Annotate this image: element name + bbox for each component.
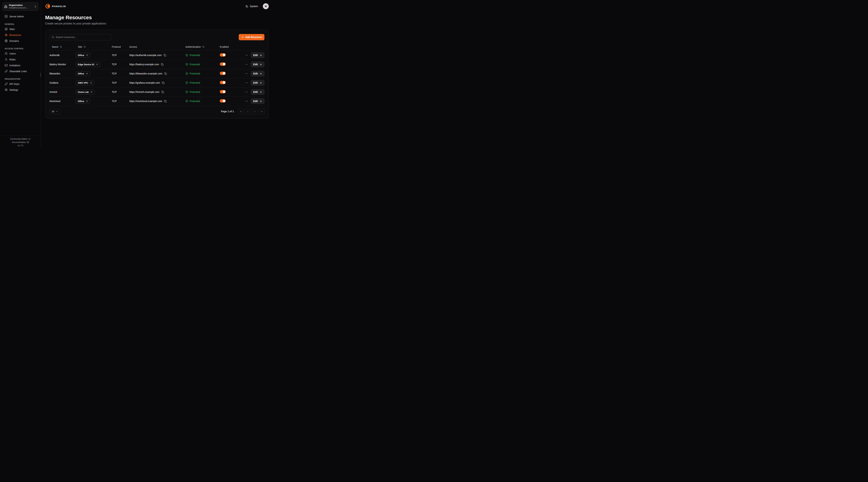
enabled-toggle[interactable] [220,99,226,102]
auth-status: Protected [185,100,220,102]
row-menu-button[interactable] [245,81,248,85]
access-url: https://nextcloud.example.com [129,100,162,102]
resources-icon [5,33,8,36]
community-edition-label: Community Edition [10,138,28,140]
protocol: TCP [112,82,129,84]
search-box [50,34,111,40]
sidebar-item-server-admin[interactable]: Server Admin [2,13,38,19]
documentation-link[interactable]: Documentation [12,141,29,143]
sidebar-item-users[interactable]: Users [2,51,38,56]
edit-button[interactable]: Edit [251,89,265,95]
site-link-button[interactable]: Office [75,99,90,104]
sidebar-section-organization: ORGANIZATION [5,78,38,80]
sidebar-item-sites[interactable]: Sites [2,26,38,32]
copy-button[interactable] [161,90,164,94]
site-name: Office [78,100,84,102]
resource-name: Grafana [50,82,75,84]
documentation-label: Documentation [12,141,26,143]
version-label: v1.7.0 [18,144,23,147]
access-url: https://grafana.example.com [129,82,160,84]
protocol: TCP [112,100,129,102]
chevrons-up-down-icon [34,5,37,8]
sort-header-authentication[interactable]: Authentication [185,44,205,50]
sidebar-item-roles[interactable]: Roles [2,57,38,62]
site-link-button[interactable]: AWS VPC [75,80,94,85]
sidebar-item-settings[interactable]: Settings [2,87,38,93]
sidebar: Organization milo@fossorial.io's ... Ser… [0,0,41,149]
sidebar-section-access-control: ACCESS CONTROL [5,47,38,50]
copy-button[interactable] [161,63,164,66]
chevrons-right-icon [260,110,263,113]
add-resource-button[interactable]: Add Resource [239,34,265,40]
previous-page-button[interactable] [245,108,250,114]
sidebar-item-domains[interactable]: Domains [2,38,38,44]
avatar[interactable]: M [263,3,269,9]
key-icon [5,83,8,85]
enabled-toggle[interactable] [220,53,226,57]
page-title: Manage Resources [45,14,269,21]
site-link-button[interactable]: Home Lab [75,90,95,95]
app-logo[interactable]: PANGOLIN [45,4,66,9]
ellipsis-icon [245,90,248,94]
ellipsis-icon [245,81,248,84]
enabled-toggle[interactable] [220,81,226,84]
sites-icon [5,28,8,31]
sidebar-item-label: Sites [9,28,15,31]
org-selector[interactable]: Organization milo@fossorial.io's ... [2,2,38,11]
arrow-up-right-icon [96,63,98,66]
community-edition-link[interactable]: Community Edition [10,138,31,140]
next-page-button[interactable] [252,108,257,114]
row-menu-button[interactable] [245,62,248,66]
external-link-icon [28,138,31,140]
site-link-button[interactable]: Office [75,71,90,76]
sort-header-name[interactable]: Name [50,44,64,50]
pangolin-logo-icon [45,4,50,9]
search-input[interactable] [56,36,109,38]
copy-button[interactable] [162,81,165,85]
sidebar-item-invitations[interactable]: Invitations [2,62,38,68]
edit-button[interactable]: Edit [251,53,265,58]
sort-header-site[interactable]: Site [75,44,88,50]
theme-toggle-button[interactable]: System [245,5,258,8]
row-menu-button[interactable] [245,99,248,103]
first-page-button[interactable] [238,108,244,114]
edit-button[interactable]: Edit [251,71,265,76]
resource-name: Battery Monitor [50,63,75,66]
copy-icon [161,63,163,66]
edit-button[interactable]: Edit [251,98,265,104]
enabled-toggle[interactable] [220,90,226,93]
row-menu-button[interactable] [245,72,248,75]
arrow-right-icon [259,100,262,102]
row-menu-button[interactable] [245,90,248,94]
sidebar-item-label: Shareable Links [9,70,27,73]
sidebar-item-api-keys[interactable]: API Keys [2,81,38,87]
users-icon [5,52,8,55]
last-page-button[interactable] [259,108,265,114]
copy-icon [163,54,166,57]
shield-check-icon [185,82,188,84]
copy-button[interactable] [164,100,167,103]
edit-button[interactable]: Edit [251,62,265,67]
copy-button[interactable] [163,54,166,57]
site-link-button[interactable]: Office [75,53,90,58]
toolbar: Add Resource [50,34,265,40]
copy-button[interactable] [164,72,167,75]
sidebar-item-shareable-links[interactable]: Shareable Links [2,68,38,74]
enabled-toggle[interactable] [220,72,226,75]
row-menu-button[interactable] [245,53,248,57]
shield-check-icon [185,63,188,66]
copy-icon [161,91,164,93]
ellipsis-icon [245,72,248,75]
site-name: Edge Device 01 [78,63,94,66]
enabled-toggle[interactable] [220,62,226,66]
page-size-select[interactable]: 20 [50,109,60,114]
chevron-down-icon [56,110,58,113]
arrow-right-icon [259,82,262,84]
org-title: Organization [9,4,33,7]
edit-button[interactable]: Edit [251,80,265,86]
sidebar-item-label: Server Admin [9,15,24,18]
sidebar-resize-handle[interactable] [40,73,41,77]
sidebar-item-resources[interactable]: Resources [2,32,38,38]
sort-icon [60,45,62,48]
site-link-button[interactable]: Edge Device 01 [75,62,100,67]
